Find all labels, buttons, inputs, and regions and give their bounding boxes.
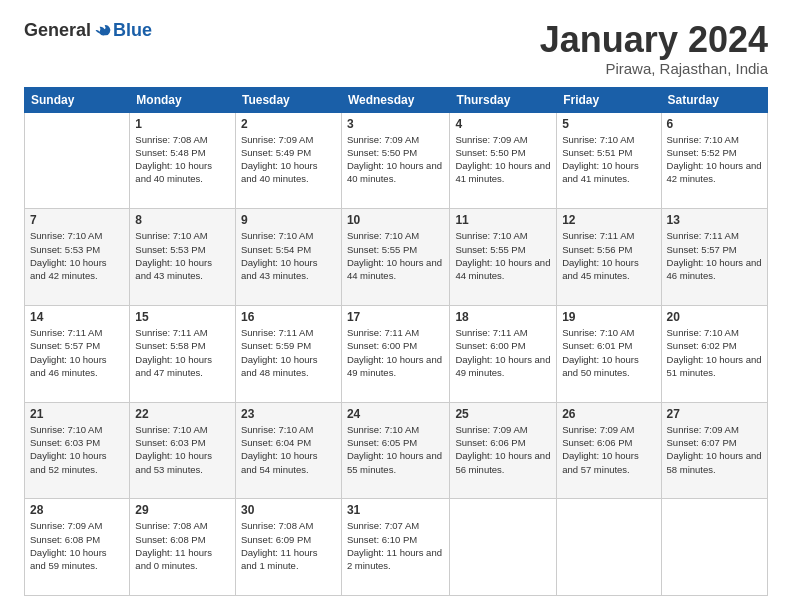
day-number: 23 [241,407,336,421]
calendar-cell: 7Sunrise: 7:10 AM Sunset: 5:53 PM Daylig… [25,209,130,306]
day-number: 5 [562,117,655,131]
day-info: Sunrise: 7:10 AM Sunset: 6:04 PM Dayligh… [241,423,336,476]
day-number: 13 [667,213,762,227]
calendar-cell: 23Sunrise: 7:10 AM Sunset: 6:04 PM Dayli… [235,402,341,499]
calendar-cell: 21Sunrise: 7:10 AM Sunset: 6:03 PM Dayli… [25,402,130,499]
day-info: Sunrise: 7:09 AM Sunset: 5:49 PM Dayligh… [241,133,336,186]
calendar-cell: 9Sunrise: 7:10 AM Sunset: 5:54 PM Daylig… [235,209,341,306]
day-number: 16 [241,310,336,324]
day-number: 20 [667,310,762,324]
day-number: 17 [347,310,444,324]
calendar-cell: 25Sunrise: 7:09 AM Sunset: 6:06 PM Dayli… [450,402,557,499]
calendar-cell: 30Sunrise: 7:08 AM Sunset: 6:09 PM Dayli… [235,499,341,596]
calendar-table: SundayMondayTuesdayWednesdayThursdayFrid… [24,87,768,596]
calendar-cell: 29Sunrise: 7:08 AM Sunset: 6:08 PM Dayli… [130,499,236,596]
day-number: 7 [30,213,124,227]
day-number: 10 [347,213,444,227]
day-number: 6 [667,117,762,131]
header-cell-thursday: Thursday [450,87,557,112]
logo: General Blue [24,20,152,41]
logo-general: General [24,20,91,41]
day-info: Sunrise: 7:11 AM Sunset: 5:58 PM Dayligh… [135,326,230,379]
calendar-cell: 5Sunrise: 7:10 AM Sunset: 5:51 PM Daylig… [557,112,661,209]
day-info: Sunrise: 7:10 AM Sunset: 6:03 PM Dayligh… [135,423,230,476]
week-row-2: 14Sunrise: 7:11 AM Sunset: 5:57 PM Dayli… [25,305,768,402]
calendar-cell: 3Sunrise: 7:09 AM Sunset: 5:50 PM Daylig… [341,112,449,209]
month-title: January 2024 [540,20,768,60]
day-number: 21 [30,407,124,421]
calendar-cell: 2Sunrise: 7:09 AM Sunset: 5:49 PM Daylig… [235,112,341,209]
day-number: 3 [347,117,444,131]
day-number: 26 [562,407,655,421]
calendar-cell: 12Sunrise: 7:11 AM Sunset: 5:56 PM Dayli… [557,209,661,306]
day-number: 19 [562,310,655,324]
day-info: Sunrise: 7:10 AM Sunset: 5:55 PM Dayligh… [455,229,551,282]
day-info: Sunrise: 7:10 AM Sunset: 5:55 PM Dayligh… [347,229,444,282]
week-row-4: 28Sunrise: 7:09 AM Sunset: 6:08 PM Dayli… [25,499,768,596]
day-info: Sunrise: 7:09 AM Sunset: 6:06 PM Dayligh… [562,423,655,476]
title-section: January 2024 Pirawa, Rajasthan, India [540,20,768,77]
day-info: Sunrise: 7:11 AM Sunset: 5:57 PM Dayligh… [30,326,124,379]
day-number: 27 [667,407,762,421]
calendar-cell: 19Sunrise: 7:10 AM Sunset: 6:01 PM Dayli… [557,305,661,402]
calendar-cell: 31Sunrise: 7:07 AM Sunset: 6:10 PM Dayli… [341,499,449,596]
calendar-cell: 22Sunrise: 7:10 AM Sunset: 6:03 PM Dayli… [130,402,236,499]
logo-bird-icon [93,21,113,41]
day-info: Sunrise: 7:10 AM Sunset: 6:02 PM Dayligh… [667,326,762,379]
day-info: Sunrise: 7:10 AM Sunset: 5:54 PM Dayligh… [241,229,336,282]
day-info: Sunrise: 7:10 AM Sunset: 5:52 PM Dayligh… [667,133,762,186]
calendar-cell: 27Sunrise: 7:09 AM Sunset: 6:07 PM Dayli… [661,402,767,499]
header-cell-saturday: Saturday [661,87,767,112]
week-row-1: 7Sunrise: 7:10 AM Sunset: 5:53 PM Daylig… [25,209,768,306]
calendar-cell: 1Sunrise: 7:08 AM Sunset: 5:48 PM Daylig… [130,112,236,209]
calendar-cell [450,499,557,596]
week-row-3: 21Sunrise: 7:10 AM Sunset: 6:03 PM Dayli… [25,402,768,499]
calendar-cell: 28Sunrise: 7:09 AM Sunset: 6:08 PM Dayli… [25,499,130,596]
page: General Blue January 2024 Pirawa, Rajast… [0,0,792,612]
header-cell-tuesday: Tuesday [235,87,341,112]
day-number: 8 [135,213,230,227]
header-cell-wednesday: Wednesday [341,87,449,112]
day-number: 15 [135,310,230,324]
calendar-cell: 14Sunrise: 7:11 AM Sunset: 5:57 PM Dayli… [25,305,130,402]
header-cell-monday: Monday [130,87,236,112]
day-info: Sunrise: 7:08 AM Sunset: 5:48 PM Dayligh… [135,133,230,186]
day-number: 18 [455,310,551,324]
day-number: 1 [135,117,230,131]
day-number: 24 [347,407,444,421]
header-cell-sunday: Sunday [25,87,130,112]
calendar-cell: 6Sunrise: 7:10 AM Sunset: 5:52 PM Daylig… [661,112,767,209]
calendar-cell [557,499,661,596]
header-row: SundayMondayTuesdayWednesdayThursdayFrid… [25,87,768,112]
week-row-0: 1Sunrise: 7:08 AM Sunset: 5:48 PM Daylig… [25,112,768,209]
day-info: Sunrise: 7:11 AM Sunset: 5:59 PM Dayligh… [241,326,336,379]
day-info: Sunrise: 7:10 AM Sunset: 6:03 PM Dayligh… [30,423,124,476]
calendar-cell: 20Sunrise: 7:10 AM Sunset: 6:02 PM Dayli… [661,305,767,402]
day-info: Sunrise: 7:10 AM Sunset: 6:01 PM Dayligh… [562,326,655,379]
day-number: 28 [30,503,124,517]
day-info: Sunrise: 7:11 AM Sunset: 5:57 PM Dayligh… [667,229,762,282]
day-info: Sunrise: 7:11 AM Sunset: 5:56 PM Dayligh… [562,229,655,282]
day-number: 30 [241,503,336,517]
calendar-cell [661,499,767,596]
calendar-cell: 8Sunrise: 7:10 AM Sunset: 5:53 PM Daylig… [130,209,236,306]
day-info: Sunrise: 7:10 AM Sunset: 5:51 PM Dayligh… [562,133,655,186]
day-info: Sunrise: 7:10 AM Sunset: 6:05 PM Dayligh… [347,423,444,476]
day-info: Sunrise: 7:09 AM Sunset: 5:50 PM Dayligh… [455,133,551,186]
calendar-cell: 18Sunrise: 7:11 AM Sunset: 6:00 PM Dayli… [450,305,557,402]
day-info: Sunrise: 7:08 AM Sunset: 6:08 PM Dayligh… [135,519,230,572]
day-number: 11 [455,213,551,227]
header-cell-friday: Friday [557,87,661,112]
calendar-cell [25,112,130,209]
header: General Blue January 2024 Pirawa, Rajast… [24,20,768,77]
day-number: 14 [30,310,124,324]
calendar-cell: 11Sunrise: 7:10 AM Sunset: 5:55 PM Dayli… [450,209,557,306]
day-number: 4 [455,117,551,131]
day-info: Sunrise: 7:11 AM Sunset: 6:00 PM Dayligh… [347,326,444,379]
calendar-cell: 16Sunrise: 7:11 AM Sunset: 5:59 PM Dayli… [235,305,341,402]
day-number: 2 [241,117,336,131]
day-number: 9 [241,213,336,227]
calendar-cell: 10Sunrise: 7:10 AM Sunset: 5:55 PM Dayli… [341,209,449,306]
calendar-cell: 26Sunrise: 7:09 AM Sunset: 6:06 PM Dayli… [557,402,661,499]
calendar-cell: 4Sunrise: 7:09 AM Sunset: 5:50 PM Daylig… [450,112,557,209]
